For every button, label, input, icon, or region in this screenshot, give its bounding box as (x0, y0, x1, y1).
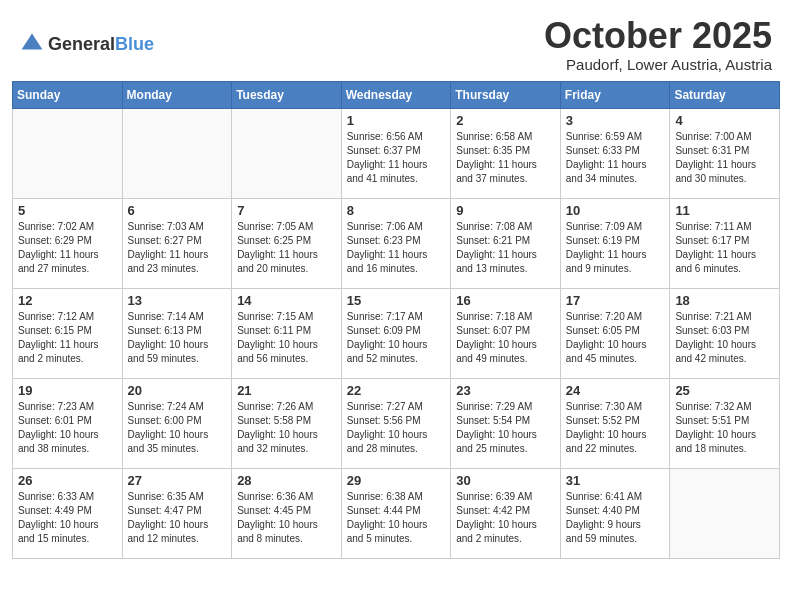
calendar-cell: 25Sunrise: 7:32 AM Sunset: 5:51 PM Dayli… (670, 378, 780, 468)
calendar-cell: 21Sunrise: 7:26 AM Sunset: 5:58 PM Dayli… (232, 378, 342, 468)
calendar-cell: 23Sunrise: 7:29 AM Sunset: 5:54 PM Dayli… (451, 378, 561, 468)
calendar-cell: 6Sunrise: 7:03 AM Sunset: 6:27 PM Daylig… (122, 198, 232, 288)
day-number: 27 (128, 473, 227, 488)
day-number: 9 (456, 203, 555, 218)
calendar-cell: 10Sunrise: 7:09 AM Sunset: 6:19 PM Dayli… (560, 198, 670, 288)
day-number: 16 (456, 293, 555, 308)
calendar-cell: 12Sunrise: 7:12 AM Sunset: 6:15 PM Dayli… (13, 288, 123, 378)
day-info: Sunrise: 7:24 AM Sunset: 6:00 PM Dayligh… (128, 400, 227, 456)
calendar-cell (122, 108, 232, 198)
calendar-cell: 18Sunrise: 7:21 AM Sunset: 6:03 PM Dayli… (670, 288, 780, 378)
calendar-table: SundayMondayTuesdayWednesdayThursdayFrid… (12, 81, 780, 559)
logo-icon (20, 32, 44, 56)
calendar-cell: 31Sunrise: 6:41 AM Sunset: 4:40 PM Dayli… (560, 468, 670, 558)
calendar-cell: 9Sunrise: 7:08 AM Sunset: 6:21 PM Daylig… (451, 198, 561, 288)
day-number: 8 (347, 203, 446, 218)
day-number: 15 (347, 293, 446, 308)
calendar-cell: 7Sunrise: 7:05 AM Sunset: 6:25 PM Daylig… (232, 198, 342, 288)
day-info: Sunrise: 6:56 AM Sunset: 6:37 PM Dayligh… (347, 130, 446, 186)
calendar-cell: 19Sunrise: 7:23 AM Sunset: 6:01 PM Dayli… (13, 378, 123, 468)
day-number: 6 (128, 203, 227, 218)
calendar-cell: 28Sunrise: 6:36 AM Sunset: 4:45 PM Dayli… (232, 468, 342, 558)
logo-text-general: General (48, 34, 115, 54)
day-info: Sunrise: 6:36 AM Sunset: 4:45 PM Dayligh… (237, 490, 336, 546)
week-row: 26Sunrise: 6:33 AM Sunset: 4:49 PM Dayli… (13, 468, 780, 558)
weekday-header: Friday (560, 81, 670, 108)
day-info: Sunrise: 6:59 AM Sunset: 6:33 PM Dayligh… (566, 130, 665, 186)
day-number: 24 (566, 383, 665, 398)
weekday-header: Monday (122, 81, 232, 108)
day-info: Sunrise: 7:02 AM Sunset: 6:29 PM Dayligh… (18, 220, 117, 276)
day-info: Sunrise: 7:32 AM Sunset: 5:51 PM Dayligh… (675, 400, 774, 456)
day-number: 17 (566, 293, 665, 308)
calendar-cell: 2Sunrise: 6:58 AM Sunset: 6:35 PM Daylig… (451, 108, 561, 198)
day-info: Sunrise: 6:35 AM Sunset: 4:47 PM Dayligh… (128, 490, 227, 546)
calendar-cell: 3Sunrise: 6:59 AM Sunset: 6:33 PM Daylig… (560, 108, 670, 198)
day-info: Sunrise: 7:15 AM Sunset: 6:11 PM Dayligh… (237, 310, 336, 366)
day-number: 7 (237, 203, 336, 218)
day-number: 11 (675, 203, 774, 218)
day-number: 23 (456, 383, 555, 398)
day-info: Sunrise: 6:58 AM Sunset: 6:35 PM Dayligh… (456, 130, 555, 186)
calendar-cell: 22Sunrise: 7:27 AM Sunset: 5:56 PM Dayli… (341, 378, 451, 468)
day-info: Sunrise: 7:18 AM Sunset: 6:07 PM Dayligh… (456, 310, 555, 366)
day-number: 10 (566, 203, 665, 218)
day-info: Sunrise: 6:38 AM Sunset: 4:44 PM Dayligh… (347, 490, 446, 546)
day-number: 13 (128, 293, 227, 308)
day-info: Sunrise: 7:05 AM Sunset: 6:25 PM Dayligh… (237, 220, 336, 276)
day-info: Sunrise: 7:23 AM Sunset: 6:01 PM Dayligh… (18, 400, 117, 456)
calendar-cell: 5Sunrise: 7:02 AM Sunset: 6:29 PM Daylig… (13, 198, 123, 288)
day-info: Sunrise: 7:27 AM Sunset: 5:56 PM Dayligh… (347, 400, 446, 456)
page-header: GeneralBlue October 2025 Paudorf, Lower … (0, 0, 792, 81)
day-number: 4 (675, 113, 774, 128)
day-info: Sunrise: 6:41 AM Sunset: 4:40 PM Dayligh… (566, 490, 665, 546)
week-row: 1Sunrise: 6:56 AM Sunset: 6:37 PM Daylig… (13, 108, 780, 198)
day-number: 2 (456, 113, 555, 128)
calendar-cell: 4Sunrise: 7:00 AM Sunset: 6:31 PM Daylig… (670, 108, 780, 198)
day-number: 19 (18, 383, 117, 398)
day-number: 14 (237, 293, 336, 308)
calendar-cell: 15Sunrise: 7:17 AM Sunset: 6:09 PM Dayli… (341, 288, 451, 378)
day-number: 12 (18, 293, 117, 308)
weekday-header: Sunday (13, 81, 123, 108)
day-info: Sunrise: 7:08 AM Sunset: 6:21 PM Dayligh… (456, 220, 555, 276)
day-info: Sunrise: 7:03 AM Sunset: 6:27 PM Dayligh… (128, 220, 227, 276)
day-number: 28 (237, 473, 336, 488)
day-number: 29 (347, 473, 446, 488)
day-info: Sunrise: 7:29 AM Sunset: 5:54 PM Dayligh… (456, 400, 555, 456)
month-title: October 2025 (544, 16, 772, 56)
svg-marker-0 (22, 34, 43, 50)
calendar-cell (232, 108, 342, 198)
calendar-cell: 8Sunrise: 7:06 AM Sunset: 6:23 PM Daylig… (341, 198, 451, 288)
calendar-cell: 13Sunrise: 7:14 AM Sunset: 6:13 PM Dayli… (122, 288, 232, 378)
day-number: 21 (237, 383, 336, 398)
calendar-cell: 16Sunrise: 7:18 AM Sunset: 6:07 PM Dayli… (451, 288, 561, 378)
weekday-header: Tuesday (232, 81, 342, 108)
day-number: 1 (347, 113, 446, 128)
calendar-cell: 11Sunrise: 7:11 AM Sunset: 6:17 PM Dayli… (670, 198, 780, 288)
weekday-header: Saturday (670, 81, 780, 108)
day-info: Sunrise: 7:00 AM Sunset: 6:31 PM Dayligh… (675, 130, 774, 186)
calendar-cell: 26Sunrise: 6:33 AM Sunset: 4:49 PM Dayli… (13, 468, 123, 558)
day-number: 18 (675, 293, 774, 308)
day-info: Sunrise: 7:14 AM Sunset: 6:13 PM Dayligh… (128, 310, 227, 366)
day-info: Sunrise: 7:20 AM Sunset: 6:05 PM Dayligh… (566, 310, 665, 366)
day-number: 30 (456, 473, 555, 488)
day-info: Sunrise: 7:17 AM Sunset: 6:09 PM Dayligh… (347, 310, 446, 366)
logo: GeneralBlue (20, 32, 154, 56)
calendar-cell: 30Sunrise: 6:39 AM Sunset: 4:42 PM Dayli… (451, 468, 561, 558)
title-block: October 2025 Paudorf, Lower Austria, Aus… (544, 16, 772, 73)
week-row: 12Sunrise: 7:12 AM Sunset: 6:15 PM Dayli… (13, 288, 780, 378)
calendar-cell: 14Sunrise: 7:15 AM Sunset: 6:11 PM Dayli… (232, 288, 342, 378)
day-number: 5 (18, 203, 117, 218)
week-row: 19Sunrise: 7:23 AM Sunset: 6:01 PM Dayli… (13, 378, 780, 468)
day-number: 22 (347, 383, 446, 398)
day-info: Sunrise: 7:11 AM Sunset: 6:17 PM Dayligh… (675, 220, 774, 276)
calendar-cell: 24Sunrise: 7:30 AM Sunset: 5:52 PM Dayli… (560, 378, 670, 468)
day-number: 3 (566, 113, 665, 128)
calendar-cell: 17Sunrise: 7:20 AM Sunset: 6:05 PM Dayli… (560, 288, 670, 378)
day-info: Sunrise: 7:30 AM Sunset: 5:52 PM Dayligh… (566, 400, 665, 456)
logo-text-blue: Blue (115, 34, 154, 54)
calendar-cell (670, 468, 780, 558)
calendar-cell: 27Sunrise: 6:35 AM Sunset: 4:47 PM Dayli… (122, 468, 232, 558)
